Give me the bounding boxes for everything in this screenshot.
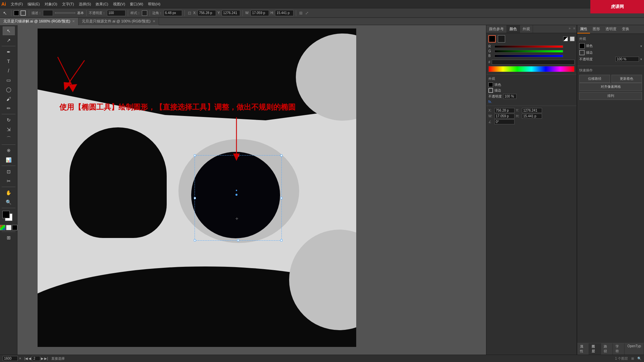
- panel-menu-btn[interactable]: ≡: [572, 25, 577, 33]
- handle-br[interactable]: [280, 239, 282, 241]
- y-coord-input[interactable]: [522, 108, 542, 113]
- zoom-fit-icon[interactable]: ⊞: [631, 357, 634, 360]
- style-swatch[interactable]: [142, 10, 147, 16]
- artboard-num-input[interactable]: [32, 356, 40, 361]
- menu-help[interactable]: 帮助(H): [146, 1, 162, 7]
- color-spectrum[interactable]: [488, 66, 575, 72]
- y-input[interactable]: [222, 10, 240, 16]
- tool-artboard[interactable]: ⊡: [3, 167, 15, 176]
- menu-select[interactable]: 选择(S): [77, 1, 93, 7]
- tool-warp[interactable]: ⌒: [3, 134, 15, 143]
- h-input[interactable]: [275, 10, 293, 16]
- props-tab-graphic[interactable]: 图形: [590, 25, 603, 34]
- hex-input[interactable]: [492, 60, 575, 65]
- stroke-color-ap-swatch[interactable]: [488, 88, 493, 93]
- menu-edit[interactable]: 编辑(E): [25, 1, 42, 7]
- tool-ellipse[interactable]: ◯: [3, 85, 15, 94]
- align-icon[interactable]: ⊞: [299, 10, 303, 16]
- tool-slice[interactable]: ✂: [3, 177, 15, 185]
- opacity-expand-btn[interactable]: ▾: [640, 57, 642, 61]
- color-mode-btn[interactable]: [0, 225, 5, 230]
- tool-hand[interactable]: ✋: [3, 188, 15, 197]
- tab-appearance[interactable]: 外观: [520, 25, 533, 33]
- lt-tab-char[interactable]: 字符: [613, 343, 625, 355]
- menu-file[interactable]: 文件(F): [9, 1, 25, 7]
- stroke-props-swatch[interactable]: [579, 50, 585, 55]
- tool-type[interactable]: T: [3, 57, 15, 66]
- props-tab-transform[interactable]: 变换: [619, 25, 632, 34]
- lt-tab-props[interactable]: 属性: [577, 343, 589, 355]
- tab-0[interactable]: 元旦是只猫讲解.ai @ 1600% (RGB/预览) ✕: [0, 18, 78, 25]
- gradient-btn[interactable]: [563, 37, 568, 41]
- h-coord-input[interactable]: [522, 114, 542, 119]
- tab-1-close[interactable]: ✕: [153, 19, 155, 23]
- tab-1[interactable]: 元旦是只猫源文件.ai @ 100% (RGB/预览) ✕: [78, 18, 159, 25]
- x-input[interactable]: [198, 10, 216, 16]
- tool-graph[interactable]: 📊: [3, 156, 15, 164]
- tool-pen[interactable]: ✒: [3, 48, 15, 56]
- angle-input[interactable]: [494, 119, 515, 124]
- tab-color[interactable]: 颜色: [507, 25, 520, 33]
- next-frame-btn[interactable]: ▶|: [44, 357, 48, 360]
- fill-swatch[interactable]: [14, 10, 19, 16]
- fg-color-box[interactable]: [2, 211, 10, 218]
- qa-btn-offset-path[interactable]: 位移路径: [579, 75, 610, 83]
- fill-color-swatch[interactable]: [488, 82, 493, 87]
- transform2-icon[interactable]: ⤢: [305, 10, 309, 16]
- tool-pencil[interactable]: ✏: [3, 104, 15, 113]
- canvas-area[interactable]: 使用【椭圆工具】绘制圆形，【直接选择工具】调整，做出不规则的椭圆 ✛: [17, 25, 486, 362]
- fill-props-swatch[interactable]: [579, 43, 585, 49]
- fx-label[interactable]: fx.: [488, 100, 575, 104]
- tool-symbol[interactable]: ※: [3, 146, 15, 155]
- w-input[interactable]: [251, 10, 269, 16]
- lt-tab-path[interactable]: 路径: [601, 343, 613, 355]
- g-slider[interactable]: [494, 50, 563, 53]
- tool-rotate[interactable]: ↻: [3, 116, 15, 124]
- b-slider[interactable]: [494, 55, 563, 57]
- menu-text[interactable]: 文字(T): [60, 1, 76, 7]
- prev-frame-btn[interactable]: |◀: [24, 357, 28, 360]
- stroke-color-swatch[interactable]: [498, 35, 505, 43]
- search-icon[interactable]: 🔍: [637, 357, 641, 360]
- tab-0-close[interactable]: ✕: [72, 19, 75, 23]
- corner-input[interactable]: [164, 10, 182, 16]
- selection-tool-btn[interactable]: ↖: [1, 10, 9, 16]
- stroke-swatch[interactable]: [20, 10, 26, 16]
- tool-scale[interactable]: ⇲: [3, 125, 15, 134]
- r-slider[interactable]: [494, 45, 563, 48]
- no-fill-btn[interactable]: [6, 225, 11, 230]
- zoom-input[interactable]: [3, 356, 18, 361]
- tool-select[interactable]: ↖: [3, 26, 15, 35]
- tool-zoom[interactable]: 🔍: [3, 198, 15, 206]
- black-fill-btn[interactable]: [12, 225, 17, 230]
- w-coord-input[interactable]: [494, 114, 515, 119]
- panel-expand-btn[interactable]: »: [568, 25, 572, 33]
- menu-window[interactable]: 窗口(W): [128, 1, 145, 7]
- menu-effect[interactable]: 效果(C): [94, 1, 110, 7]
- next-btn[interactable]: ▶: [41, 357, 44, 360]
- tool-brush[interactable]: 🖌: [3, 95, 15, 103]
- opacity-props-input[interactable]: [615, 57, 639, 62]
- handle-bl[interactable]: [194, 239, 196, 241]
- tool-extra[interactable]: ⊞: [3, 233, 15, 242]
- stroke-input[interactable]: [43, 10, 53, 16]
- opacity-input[interactable]: [107, 10, 125, 16]
- menu-object[interactable]: 对象(O): [43, 1, 59, 7]
- qa-btn-arrange[interactable]: 排列: [579, 92, 642, 100]
- menu-view[interactable]: 视图(V): [111, 1, 127, 7]
- tool-direct-select[interactable]: ↗: [3, 36, 15, 45]
- tool-line[interactable]: /: [3, 66, 15, 75]
- qa-btn-recolor[interactable]: 更新着色: [611, 75, 642, 83]
- tab-color-ref[interactable]: 颜色参考: [486, 25, 507, 33]
- qa-btn-pixel-grid[interactable]: 对齐像素网格: [579, 83, 642, 91]
- props-tab-transparency[interactable]: 透明度: [603, 25, 619, 34]
- pattern-btn[interactable]: ≡: [570, 37, 575, 41]
- fill-expand-btn[interactable]: ▾: [640, 44, 642, 48]
- lt-tab-opentype[interactable]: OpenTyp: [625, 343, 644, 355]
- active-fill-swatch[interactable]: [488, 35, 496, 43]
- lt-tab-layers[interactable]: 图层: [589, 343, 601, 355]
- props-tab-properties[interactable]: 属性: [577, 25, 590, 34]
- tool-rect[interactable]: ▭: [3, 76, 15, 84]
- x-coord-input[interactable]: [494, 108, 515, 113]
- prev-btn[interactable]: ◀: [29, 357, 31, 360]
